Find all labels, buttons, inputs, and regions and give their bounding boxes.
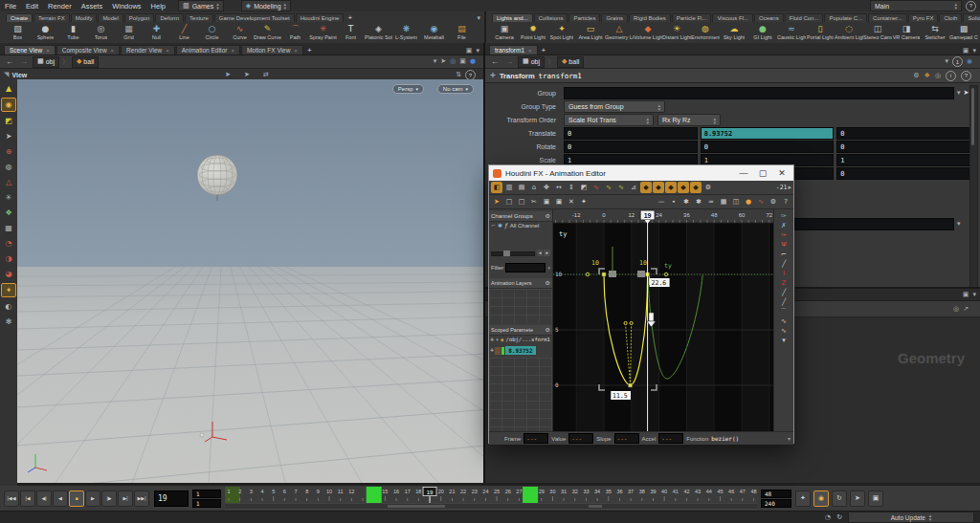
transform-order-dropdown[interactable]: Scale Rot Trans ▴▾ <box>564 114 654 126</box>
close-icon[interactable]: × <box>528 48 532 54</box>
shelf-tab-cloth[interactable]: Cloth <box>939 13 962 22</box>
magnet3-icon[interactable]: ◕ <box>2 268 15 280</box>
add-shelf-tab-button[interactable]: + <box>345 13 355 22</box>
help-icon[interactable]: ? <box>780 196 791 207</box>
expand-toolbar-icon[interactable]: ▸ <box>788 185 791 191</box>
scale-z-field[interactable]: 1 <box>836 154 970 166</box>
shelf-tool-area-light[interactable]: ▭Area Light <box>576 25 605 41</box>
help-icon[interactable]: ? <box>966 1 976 11</box>
shelf-tab-create[interactable]: Create <box>6 13 33 22</box>
houdini-badge-icon[interactable]: ❖ <box>924 73 930 79</box>
all-channels-row[interactable]: ⌐✱ ƒ All Channel <box>491 222 539 229</box>
shelf-tool-draw-curve[interactable]: ✎Draw Curve <box>254 25 281 41</box>
dropdown-icon[interactable]: ▾ <box>957 90 961 97</box>
jump-end-button[interactable]: ▶▶| <box>134 490 149 507</box>
frame-offset-field[interactable]: -21 <box>776 184 788 191</box>
shelf-tab-rigid-bodies[interactable]: Rigid Bodies <box>629 13 671 22</box>
accel-value-field[interactable]: --- <box>658 433 683 444</box>
menu-help[interactable]: Help <box>146 2 170 11</box>
slope-value-field[interactable]: --- <box>614 433 639 444</box>
range-substart-field[interactable]: 1 <box>192 499 221 508</box>
select-objects-icon[interactable]: ➤ <box>244 72 250 78</box>
timeline-ruler[interactable]: 1234567891011121516171820212223242526272… <box>225 487 757 510</box>
pane-maximize-icon[interactable]: ▣ <box>466 48 473 54</box>
shelf-tool-null[interactable]: ✚Null <box>143 25 170 41</box>
branch-icon[interactable]: Ψ <box>781 242 787 249</box>
next-frame-button[interactable]: |▶ <box>101 490 117 507</box>
menu-windows[interactable]: Windows <box>107 2 145 11</box>
shelf-tab-model[interactable]: Model <box>98 13 122 22</box>
animation-layers-table[interactable] <box>489 289 552 323</box>
value-value-field[interactable]: --- <box>568 433 593 444</box>
shelf-tab-deform[interactable]: Deform <box>155 13 184 22</box>
shelf-tab-populate-c-[interactable]: Populate C... <box>824 13 867 22</box>
copy-icon[interactable]: ▣ <box>541 196 552 207</box>
pan-icon[interactable]: ✥ <box>541 182 552 193</box>
close-icon[interactable]: × <box>111 48 115 54</box>
snap-tool-icon[interactable]: ❖ <box>2 207 15 219</box>
info-icon[interactable]: i <box>946 71 956 81</box>
range-end-field[interactable]: 48 <box>761 490 791 498</box>
cut-icon[interactable]: ✂ <box>528 196 540 207</box>
keyframe-mode-icon[interactable]: ◉ <box>813 490 829 507</box>
prev-key-button[interactable]: |◀ <box>20 490 35 507</box>
shelf-tool-camera[interactable]: ▣Camera <box>490 25 519 41</box>
channel-list-icon[interactable]: ◧ <box>491 182 502 193</box>
shelf-tool-line[interactable]: ╱Line <box>170 25 198 41</box>
close-icon[interactable]: × <box>294 48 298 54</box>
shelf-tool-platonic-solids[interactable]: ◈Platonic Solids <box>365 25 392 41</box>
ease-in-icon[interactable]: I <box>783 271 785 277</box>
slope-icon[interactable]: ⊿ <box>628 182 639 193</box>
shelf-tool-volume-light[interactable]: ◆Volume Light <box>634 25 662 41</box>
magnet2-icon[interactable]: ◑ <box>2 252 15 265</box>
lasso-select-icon[interactable]: □ <box>516 196 527 207</box>
shelf-tool-font[interactable]: TFont <box>337 25 365 41</box>
select-arrow-icon[interactable]: ➤ <box>964 90 969 97</box>
range-subend-field[interactable]: 240 <box>761 499 791 508</box>
param-scrollbar[interactable] <box>969 85 978 288</box>
pane-menu-icon[interactable]: ▾ <box>972 292 976 298</box>
step-left-icon[interactable]: ◂ <box>537 250 544 256</box>
games-shelf-selector[interactable]: ▥ Games ▴▾ <box>178 0 224 11</box>
current-frame-field[interactable]: 19 <box>154 490 189 507</box>
viewport-canvas[interactable] <box>17 79 483 483</box>
move-tool-icon[interactable]: ⊕ <box>2 145 15 158</box>
desktop-selector[interactable]: Main ▴▾ <box>870 0 962 11</box>
follow-icon[interactable]: ➤ <box>850 490 865 507</box>
layout-icon[interactable]: ⇅ <box>456 72 461 78</box>
linear-seg-icon[interactable]: ╱ <box>782 261 786 268</box>
key-icon[interactable]: ✦ <box>578 196 590 207</box>
view-tool-icon[interactable]: ▲ <box>2 82 15 95</box>
pane-menu-icon[interactable]: ▾ <box>972 48 976 54</box>
message-icon[interactable]: ◔ <box>825 514 831 521</box>
play-reverse-button[interactable]: ◀ <box>53 490 68 507</box>
group-type-dropdown[interactable]: Guess from Group ▴▾ <box>564 100 665 113</box>
shelf-tool-path[interactable]: ⌒Path <box>281 25 309 41</box>
shelf-tool-gi-light[interactable]: ●GI Light <box>748 25 777 41</box>
link-icon[interactable]: ◎ <box>450 58 456 65</box>
shelf-tool-vr-camera[interactable]: ◨VR Camera <box>892 25 921 41</box>
shelf-tool-spot-light[interactable]: ✦Spot Light <box>547 25 576 41</box>
home-view-icon[interactable]: ⌂ <box>528 182 540 193</box>
key-mode3-icon[interactable]: ◆ <box>665 182 677 193</box>
search-icon[interactable]: ◎ <box>953 306 959 313</box>
menu-render[interactable]: Render <box>43 2 77 11</box>
shelf-tool-portal-light[interactable]: ▯Portal Light <box>806 25 835 41</box>
breadcrumb-obj[interactable]: ▦ obj <box>518 56 545 68</box>
pointer-tool-icon[interactable]: ➤ <box>2 130 15 142</box>
shelf-tool-stereo-camera[interactable]: ◫Stereo Camera <box>863 25 892 41</box>
prev-frame-button[interactable]: ◀| <box>36 490 52 507</box>
shelf-tool-sky-light[interactable]: ☁Sky Light <box>720 25 748 41</box>
shelf-tool-file[interactable]: ▤File <box>448 25 476 41</box>
grid-icon[interactable]: ▦ <box>718 196 729 207</box>
delete-icon[interactable]: ✕ <box>566 196 577 207</box>
magnet1-icon[interactable]: ◔ <box>2 237 15 250</box>
grid-snap-icon[interactable]: ▦ <box>2 222 15 234</box>
shelf-tool-spray-paint[interactable]: ✳Spray Paint <box>309 25 337 41</box>
tab-motion-fx-view[interactable]: Motion FX View× <box>241 45 303 54</box>
tick-icon[interactable]: — <box>656 196 667 207</box>
filter-input[interactable] <box>505 263 546 272</box>
shelf-tab-particle-fl-[interactable]: Particle Fl... <box>672 13 712 22</box>
select-cursor-icon[interactable]: ➤ <box>491 196 502 207</box>
shelf-tool-box[interactable]: ▧Box <box>4 25 32 41</box>
